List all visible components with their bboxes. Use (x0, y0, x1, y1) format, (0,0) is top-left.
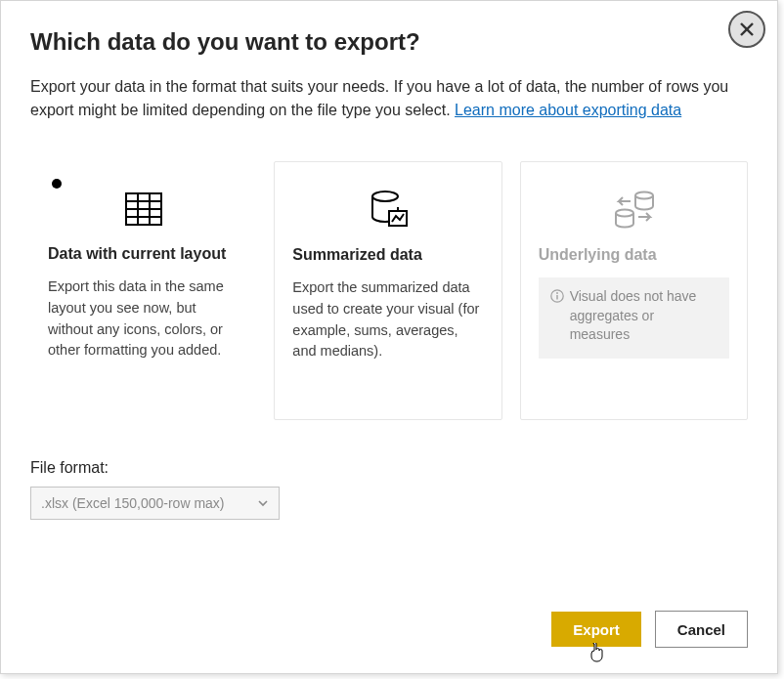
option-card-underlying: Underlying data Visual does not have agg… (520, 161, 748, 420)
card-title: Summarized data (292, 246, 483, 264)
dialog-title: Which data do you want to export? (30, 28, 748, 56)
export-data-dialog: Which data do you want to export? Export… (0, 0, 778, 674)
learn-more-link[interactable]: Learn more about exporting data (455, 102, 681, 118)
card-body: Export this data in the same layout you … (48, 276, 239, 361)
info-icon (550, 289, 564, 303)
option-card-summarized[interactable]: Summarized data Export the summarized da… (274, 161, 501, 420)
svg-point-13 (556, 292, 558, 294)
info-text: Visual does not have aggregates or measu… (570, 287, 718, 345)
file-format-section: File format: .xlsx (Excel 150,000-row ma… (30, 459, 748, 520)
selected-indicator (52, 179, 62, 189)
card-title: Underlying data (539, 246, 729, 264)
cursor-icon (588, 643, 605, 662)
disabled-info-box: Visual does not have aggregates or measu… (539, 277, 729, 359)
db-swap-icon (539, 182, 729, 238)
dialog-description: Export your data in the format that suit… (30, 75, 748, 122)
db-chart-icon (292, 182, 483, 238)
chevron-down-icon (257, 497, 269, 509)
table-icon (48, 181, 239, 237)
card-body: Export the summarized data used to creat… (292, 277, 483, 362)
close-icon (739, 21, 755, 37)
svg-point-11 (635, 192, 653, 199)
file-format-value: .xlsx (Excel 150,000-row max) (41, 495, 225, 511)
svg-point-10 (616, 210, 633, 217)
cancel-button-label: Cancel (677, 621, 725, 638)
svg-point-8 (372, 191, 398, 201)
export-button-label: Export (573, 621, 620, 638)
card-title: Data with current layout (48, 245, 239, 263)
file-format-select[interactable]: .xlsx (Excel 150,000-row max) (30, 487, 280, 520)
option-cards: Data with current layout Export this dat… (30, 161, 748, 420)
dialog-footer: Export Cancel (551, 611, 748, 648)
option-card-current-layout[interactable]: Data with current layout Export this dat… (30, 161, 256, 420)
export-button[interactable]: Export (551, 612, 641, 647)
file-format-label: File format: (30, 459, 748, 477)
close-button[interactable] (728, 11, 765, 48)
cancel-button[interactable]: Cancel (655, 611, 748, 648)
